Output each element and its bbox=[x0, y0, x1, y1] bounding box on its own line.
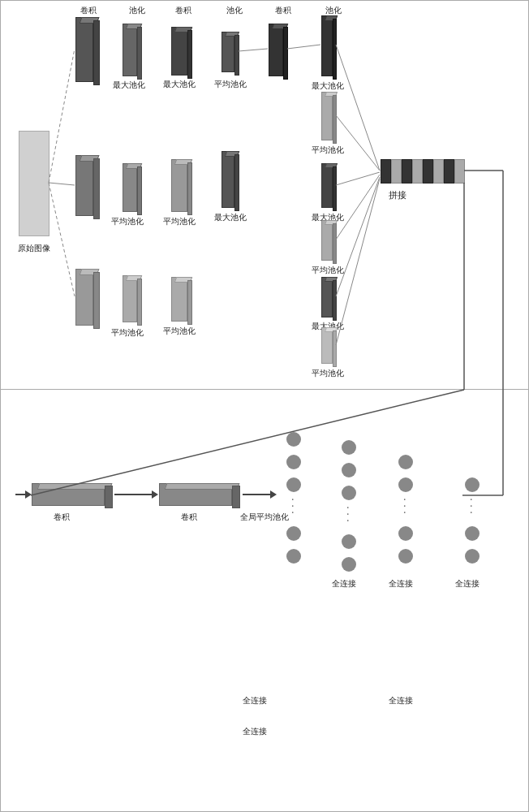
col-header-conv2: 卷积 bbox=[175, 5, 191, 16]
branch3-maxpool bbox=[321, 277, 333, 317]
circle-c4-2 bbox=[465, 526, 480, 541]
branch3-avgpool bbox=[321, 327, 333, 364]
branch2-maxpool2 bbox=[321, 163, 333, 208]
label-quanjielian-2: 全连接 bbox=[243, 726, 267, 737]
circle-c2-3 bbox=[342, 486, 356, 500]
label-maxpool3: 最大池化 bbox=[312, 80, 344, 92]
branch3-conv1 bbox=[75, 269, 93, 326]
label-avgpool5: 平均池化 bbox=[312, 368, 344, 379]
circle-c2-4 bbox=[342, 534, 356, 549]
circle-c4-1 bbox=[465, 477, 480, 492]
label-bottom-conv2: 卷积 bbox=[181, 512, 197, 523]
label-avgpool4: 平均池化 bbox=[312, 265, 344, 276]
label-fc2: 全连接 bbox=[389, 578, 413, 590]
branch3-pool1 bbox=[123, 275, 137, 322]
original-image bbox=[19, 131, 49, 236]
label-avgpool-b3-2: 平均池化 bbox=[163, 326, 196, 337]
branch1-pool1 bbox=[123, 24, 137, 76]
circle-c3-2 bbox=[398, 477, 413, 492]
branch1-avgpool3-block bbox=[321, 92, 333, 140]
bottom-section: 卷积 卷积 全局平均池化 ··· ··· 全连接 ··· bbox=[0, 390, 529, 812]
circle-c2-2 bbox=[342, 463, 356, 477]
concat-block bbox=[381, 159, 465, 184]
top-section: 原始图像 卷积 池化 卷积 池化 卷积 池化 最大池化 最大池化 bbox=[0, 0, 529, 390]
branch2-conv2 bbox=[171, 159, 187, 212]
dots-c4: ··· bbox=[470, 497, 473, 516]
circle-c1-1 bbox=[286, 432, 301, 447]
branch1-conv1 bbox=[75, 17, 93, 82]
label-avgpool-b1-row2: 平均池化 bbox=[214, 79, 247, 90]
dots-c3: ··· bbox=[403, 497, 406, 516]
circle-c1-3 bbox=[286, 477, 301, 492]
dots-c2: ··· bbox=[346, 505, 350, 525]
branch2-avgpool2 bbox=[321, 220, 333, 261]
col-header-pool2: 池化 bbox=[226, 5, 243, 16]
label-concat: 拼接 bbox=[389, 189, 406, 201]
branch1-pool2 bbox=[221, 32, 234, 72]
label-bottom-conv1: 卷积 bbox=[54, 512, 70, 523]
circle-c1-4 bbox=[286, 526, 301, 541]
label-avgpool-b2: 平均池化 bbox=[111, 216, 144, 227]
gap-arrow bbox=[243, 494, 273, 495]
branch3-conv2 bbox=[171, 277, 187, 322]
col-header-pool3: 池化 bbox=[325, 5, 342, 16]
branch1-conv2 bbox=[171, 27, 187, 76]
label-fc3: 全连接 bbox=[455, 578, 480, 590]
branch2-maxpool bbox=[221, 151, 234, 208]
label-avgpool3: 平均池化 bbox=[312, 145, 344, 156]
branch1-maxpool3-block bbox=[321, 15, 333, 76]
circle-c2-1 bbox=[342, 440, 356, 455]
label-maxpool1: 最大池化 bbox=[113, 80, 145, 91]
col-header-conv3: 卷积 bbox=[275, 5, 291, 16]
label-quanjielian-1: 全连接 bbox=[243, 695, 267, 706]
circle-c3-1 bbox=[398, 455, 413, 469]
label-maxpool2: 最大池化 bbox=[163, 79, 196, 90]
branch1-conv3 bbox=[269, 24, 283, 76]
branch2-pool1 bbox=[123, 163, 137, 212]
label-fc1: 全连接 bbox=[332, 578, 356, 590]
label-gap: 全局平均池化 bbox=[240, 512, 289, 523]
label-maxpool-b2: 最大池化 bbox=[214, 212, 247, 223]
circle-c1-2 bbox=[286, 455, 301, 469]
original-image-label: 原始图像 bbox=[5, 243, 63, 254]
dots-c1: ··· bbox=[291, 497, 295, 516]
branch2-conv1 bbox=[75, 155, 93, 216]
diagram-container: 原始图像 卷积 池化 卷积 池化 卷积 池化 最大池化 最大池化 bbox=[0, 0, 529, 812]
circle-c4-3 bbox=[465, 549, 480, 564]
circle-c3-4 bbox=[398, 549, 413, 564]
circle-c3-3 bbox=[398, 526, 413, 541]
label-avgpool-b3: 平均池化 bbox=[111, 327, 144, 339]
conv-arrow bbox=[114, 494, 155, 495]
label-quanjielian-3: 全连接 bbox=[389, 695, 413, 706]
label-avgpool-b2-2: 平均池化 bbox=[163, 216, 196, 227]
col-header-conv1: 卷积 bbox=[80, 5, 97, 16]
circle-c2-5 bbox=[342, 557, 356, 572]
col-header-pool1: 池化 bbox=[129, 5, 145, 16]
circle-c1-5 bbox=[286, 549, 301, 564]
